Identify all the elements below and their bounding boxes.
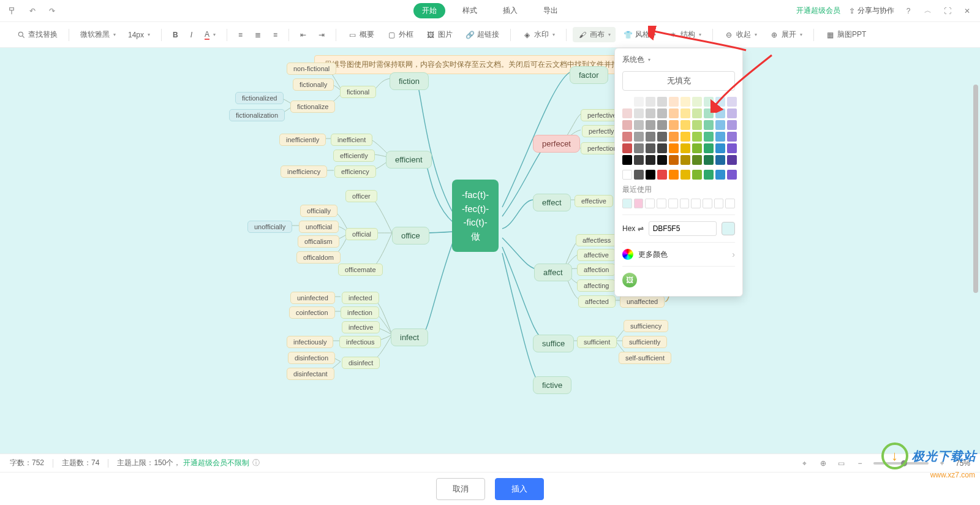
color-swatch[interactable]: [657, 97, 667, 107]
color-swatch[interactable]: [622, 120, 632, 130]
map-icon[interactable]: ▭: [837, 458, 846, 468]
color-swatch[interactable]: [704, 132, 714, 142]
color-swatch[interactable]: [646, 132, 655, 142]
color-swatch[interactable]: [680, 155, 690, 165]
color-swatch[interactable]: [692, 143, 702, 153]
insert-button[interactable]: 插入: [495, 478, 544, 500]
color-swatch[interactable]: [692, 97, 702, 107]
search-replace-button[interactable]: 查找替换: [12, 27, 62, 42]
node-efficient[interactable]: efficient: [386, 151, 432, 169]
hyperlink-button[interactable]: 🔗超链接: [460, 27, 504, 42]
color-swatch[interactable]: [646, 143, 655, 153]
color-swatch[interactable]: [657, 120, 667, 130]
node-coinfection[interactable]: coinfection: [289, 306, 335, 319]
recent-color-swatch[interactable]: [691, 199, 701, 208]
structure-button[interactable]: ✶结构▾: [663, 27, 706, 42]
format-painter-icon[interactable]: [7, 6, 18, 17]
color-swatch[interactable]: [646, 108, 655, 118]
info-icon[interactable]: ⓘ: [252, 458, 260, 467]
color-swatch[interactable]: [634, 170, 644, 180]
color-swatch[interactable]: [669, 97, 679, 107]
node-affected[interactable]: affected: [578, 295, 616, 308]
color-swatch[interactable]: [657, 143, 667, 153]
color-swatch[interactable]: [669, 108, 679, 118]
collapse-button[interactable]: ⊖收起▾: [719, 27, 762, 42]
fullscreen-icon[interactable]: ⛶: [942, 6, 953, 17]
tab-style[interactable]: 样式: [454, 3, 486, 18]
color-swatch[interactable]: [622, 132, 632, 142]
color-swatch[interactable]: [669, 132, 679, 142]
color-swatch[interactable]: [634, 97, 644, 107]
color-swatch[interactable]: [622, 143, 632, 153]
color-swatch[interactable]: [680, 120, 690, 130]
color-swatch[interactable]: [715, 143, 725, 153]
node-infectiously[interactable]: infectiously: [287, 336, 333, 348]
color-swatch[interactable]: [622, 155, 632, 165]
node-affectless[interactable]: affectless: [576, 234, 617, 246]
tab-insert[interactable]: 插入: [494, 3, 526, 18]
node-officemate[interactable]: officemate: [338, 264, 383, 276]
color-swatch[interactable]: [715, 132, 725, 142]
recent-color-swatch[interactable]: [703, 199, 712, 208]
node-officer[interactable]: officer: [345, 190, 377, 202]
color-swatch[interactable]: [657, 132, 667, 142]
recent-color-swatch[interactable]: [634, 199, 644, 208]
node-disinfectant[interactable]: disinfectant: [287, 368, 334, 380]
node-infection[interactable]: infection: [341, 306, 379, 319]
node-affection[interactable]: affection: [577, 264, 616, 276]
color-swatch[interactable]: [657, 108, 667, 118]
upgrade-link[interactable]: 开通超级会员不限制: [183, 458, 249, 467]
color-swatch[interactable]: [669, 170, 679, 180]
color-swatch[interactable]: [727, 143, 737, 153]
color-swatch[interactable]: [680, 132, 690, 142]
share-button[interactable]: ⇪ 分享与协作: [849, 6, 894, 16]
node-unofficial[interactable]: unofficial: [299, 221, 339, 233]
color-swatch[interactable]: [704, 143, 714, 153]
color-swatch[interactable]: [646, 170, 655, 180]
system-color-dropdown[interactable]: 系统色▾: [622, 55, 650, 65]
node-self-sufficient[interactable]: self-sufficient: [619, 352, 671, 364]
node-inefficiency[interactable]: inefficiency: [281, 165, 327, 178]
undo-icon[interactable]: ↶: [27, 6, 38, 17]
mindmap-center-node[interactable]: -fac(t)--fec(t)--fic(t)-做: [452, 180, 499, 252]
color-swatch[interactable]: [715, 120, 725, 130]
color-swatch[interactable]: [646, 155, 655, 165]
more-colors-button[interactable]: 更多颜色 ›: [622, 242, 735, 260]
scroll-thumb[interactable]: [973, 85, 978, 293]
recent-color-swatch[interactable]: [645, 199, 655, 208]
node-fictive[interactable]: fictive: [533, 376, 571, 394]
node-sufficient[interactable]: sufficient: [577, 336, 617, 348]
color-swatch[interactable]: [704, 120, 714, 130]
color-swatch[interactable]: [657, 155, 667, 165]
font-color-button[interactable]: A▾: [200, 28, 221, 42]
vip-link[interactable]: 开通超级会员: [796, 6, 840, 16]
node-fiction[interactable]: fiction: [390, 72, 429, 90]
node-inefficient[interactable]: inefficient: [331, 134, 372, 146]
help-icon[interactable]: ?: [903, 6, 914, 17]
cancel-button[interactable]: 取消: [436, 478, 485, 500]
color-swatch[interactable]: [634, 120, 644, 130]
color-swatch[interactable]: [715, 97, 725, 107]
node-infected[interactable]: infected: [342, 292, 379, 304]
watermark-button[interactable]: ◈水印▾: [517, 27, 560, 42]
node-fictional[interactable]: fictional: [340, 86, 376, 98]
vertical-scrollbar[interactable]: [973, 48, 979, 454]
locate-icon[interactable]: ⌖: [800, 458, 810, 468]
font-selector[interactable]: 微软雅黑▾: [75, 27, 121, 42]
node-unofficially[interactable]: unofficially: [247, 221, 292, 233]
border-button[interactable]: ▢外框: [382, 27, 418, 42]
node-non-fictional[interactable]: non-fictional: [287, 63, 336, 75]
color-swatch[interactable]: [669, 120, 679, 130]
color-swatch[interactable]: [692, 108, 702, 118]
bold-button[interactable]: B: [168, 28, 183, 42]
color-swatch[interactable]: [680, 170, 690, 180]
color-swatch[interactable]: [704, 97, 714, 107]
node-disinfect[interactable]: disinfect: [342, 357, 380, 369]
node-infectious[interactable]: infectious: [339, 336, 381, 348]
node-disinfection[interactable]: disinfection: [288, 352, 335, 364]
node-fictionalization[interactable]: fictionalization: [229, 109, 285, 121]
node-inefficiently[interactable]: inefficiently: [279, 134, 326, 146]
color-swatch[interactable]: [704, 108, 714, 118]
color-swatch[interactable]: [727, 108, 737, 118]
recent-color-swatch[interactable]: [657, 199, 666, 208]
